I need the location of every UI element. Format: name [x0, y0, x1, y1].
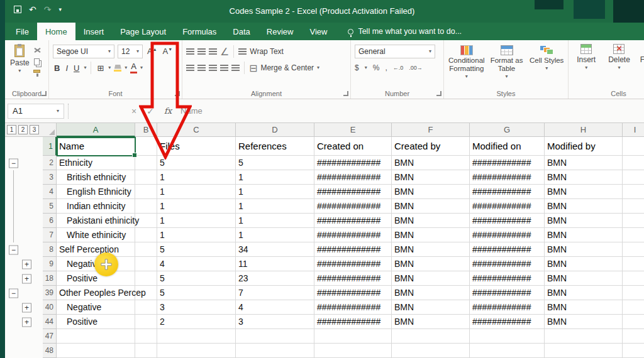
cell-H47[interactable] [545, 329, 623, 344]
cell-B5[interactable] [135, 199, 157, 214]
font-name-select[interactable]: Segoe UI ▾ [53, 45, 114, 58]
cell-H4[interactable]: BMN [545, 185, 623, 199]
outline-expand-button[interactable]: + [22, 274, 31, 283]
cell-B48[interactable] [135, 344, 157, 358]
cell-G4[interactable]: ############ [470, 185, 545, 199]
cell-A39[interactable]: Other Peoples Percep [57, 286, 135, 300]
outline-expand-button[interactable]: + [22, 259, 31, 269]
tab-data[interactable]: Data [225, 23, 258, 40]
cell-C47[interactable] [157, 329, 236, 344]
clipboard-dialog-launcher[interactable] [42, 91, 47, 96]
cell-D1[interactable]: References [236, 137, 314, 156]
cell-H5[interactable]: BMN [545, 199, 623, 214]
cell-E48[interactable] [314, 344, 392, 358]
cell-I47[interactable] [623, 329, 644, 344]
cell-B47[interactable] [135, 329, 157, 344]
cell-E18[interactable]: ############# [314, 271, 392, 286]
align-middle-icon[interactable] [197, 48, 206, 55]
insert-cells-button[interactable]: Insert ▾ [572, 44, 600, 70]
cell-B44[interactable] [135, 315, 157, 329]
cell-C39[interactable]: 5 [157, 286, 236, 300]
underline-button[interactable]: U [72, 64, 80, 72]
cell-D44[interactable]: 3 [236, 315, 314, 329]
column-header-F[interactable]: F [392, 123, 470, 137]
row-header-47[interactable]: 47 [43, 329, 57, 344]
tell-me-box[interactable]: Tell me what you want to do... [348, 23, 462, 40]
conditional-formatting-button[interactable]: Conditional Formatting ▾ [448, 44, 486, 79]
cell-H18[interactable]: BMN [545, 271, 623, 286]
cell-A18[interactable]: Positive [57, 271, 135, 286]
cell-E4[interactable]: ############# [314, 185, 392, 199]
cell-I7[interactable] [623, 228, 644, 242]
row-header-44[interactable]: 44 [43, 315, 57, 329]
cell-H48[interactable] [545, 344, 623, 358]
cell-F5[interactable]: BMN [392, 199, 470, 214]
outline-level-button-2[interactable]: 2 [18, 125, 28, 134]
cell-F18[interactable]: BMN [392, 271, 470, 286]
tab-page-layout[interactable]: Page Layout [112, 23, 174, 40]
cell-A5[interactable]: Indian ethnicity [57, 199, 135, 214]
font-color-icon[interactable]: A [130, 62, 137, 73]
cell-H7[interactable]: BMN [545, 228, 623, 242]
wrap-text-button[interactable]: Wrap Text [250, 47, 284, 56]
cell-D18[interactable]: 23 [236, 271, 314, 286]
increase-indent-icon[interactable] [231, 65, 240, 72]
row-header-2[interactable]: 2 [43, 156, 57, 170]
cell-G7[interactable]: ############ [470, 228, 545, 242]
cell-E44[interactable]: ############# [314, 315, 392, 329]
tab-formulas[interactable]: Formulas [174, 23, 225, 40]
italic-button[interactable]: I [64, 64, 69, 72]
cell-A8[interactable]: Self Perception [57, 242, 135, 257]
outline-level-button-3[interactable]: 3 [30, 125, 39, 134]
row-header-7[interactable]: 7 [43, 228, 57, 242]
cell-D8[interactable]: 34 [236, 242, 314, 257]
cell-B40[interactable] [135, 300, 157, 315]
cell-E5[interactable]: ############# [314, 199, 392, 214]
cell-A44[interactable]: Positive [57, 315, 135, 329]
cell-B7[interactable] [135, 228, 157, 242]
cell-H39[interactable]: BMN [545, 286, 623, 300]
cell-F7[interactable]: BMN [392, 228, 470, 242]
column-header-I[interactable]: I [623, 123, 644, 137]
cell-C5[interactable]: 1 [157, 199, 236, 214]
cell-F8[interactable]: BMN [392, 242, 470, 257]
cell-C9[interactable]: 4 [157, 257, 236, 271]
cell-G8[interactable]: ############ [470, 242, 545, 257]
cell-F44[interactable]: BMN [392, 315, 470, 329]
row-header-4[interactable]: 4 [43, 185, 57, 199]
cell-F2[interactable]: BMN [392, 156, 470, 170]
cell-I39[interactable] [623, 286, 644, 300]
row-header-5[interactable]: 5 [43, 199, 57, 214]
fill-color-icon[interactable] [114, 65, 121, 72]
cell-H2[interactable]: BMN [545, 156, 623, 170]
row-header-8[interactable]: 8 [43, 242, 57, 257]
number-dialog-launcher[interactable] [436, 91, 441, 96]
cell-D2[interactable]: 5 [236, 156, 314, 170]
cell-B8[interactable] [135, 242, 157, 257]
cell-D47[interactable] [236, 329, 314, 344]
cell-G39[interactable]: ############ [470, 286, 545, 300]
wrap-text-icon[interactable] [238, 48, 247, 55]
cell-F47[interactable] [392, 329, 470, 344]
row-header-6[interactable]: 6 [43, 214, 57, 228]
merge-center-icon[interactable]: ⊟ [249, 62, 257, 74]
cell-D4[interactable]: 1 [236, 185, 314, 199]
copy-icon[interactable] [34, 58, 40, 65]
cell-H8[interactable]: BMN [545, 242, 623, 257]
decrease-decimal-icon[interactable]: .00→ [409, 65, 423, 71]
align-right-icon[interactable] [209, 65, 217, 72]
cancel-icon[interactable]: × [131, 106, 136, 116]
cell-C44[interactable]: 2 [157, 315, 236, 329]
cell-F4[interactable]: BMN [392, 185, 470, 199]
cell-I5[interactable] [623, 199, 644, 214]
cell-I6[interactable] [623, 214, 644, 228]
cell-D48[interactable] [236, 344, 314, 358]
cell-I40[interactable] [623, 300, 644, 315]
cell-I1[interactable] [623, 137, 644, 156]
chevron-down-icon[interactable]: ▾ [108, 65, 111, 70]
chevron-down-icon[interactable]: ▾ [125, 65, 127, 70]
row-header-3[interactable]: 3 [43, 170, 57, 185]
cell-B9[interactable] [135, 257, 157, 271]
cell-F40[interactable]: BMN [392, 300, 470, 315]
cell-C8[interactable]: 5 [157, 242, 236, 257]
